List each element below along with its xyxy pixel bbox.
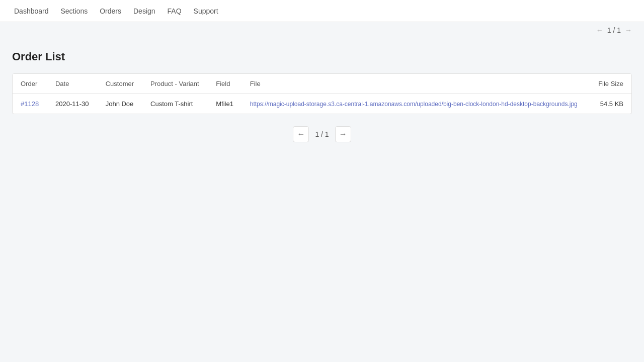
order-customer: John Doe [98,94,142,114]
order-date: 2020-11-30 [47,94,98,114]
col-header-file-size: File Size [590,74,631,94]
pagination-prev-button[interactable]: ← [293,126,309,142]
top-pagination-container: ← 1 / 1 → [0,22,644,38]
main-content: Order List OrderDateCustomerProduct - Va… [0,38,644,154]
bottom-pagination: ← 1 / 1 → [12,126,632,142]
pagination-next-button[interactable]: → [335,126,351,142]
nav-item-faq[interactable]: FAQ [162,0,188,22]
order-id-link[interactable]: #1128 [21,100,39,108]
order-table: OrderDateCustomerProduct - VariantFieldF… [13,74,631,114]
col-header-customer: Customer [98,74,142,94]
nav-item-design[interactable]: Design [127,0,162,22]
top-pagination-next[interactable]: → [625,26,632,34]
col-header-file: File [242,74,590,94]
top-pagination-prev[interactable]: ← [596,26,603,34]
order-field: Mfile1 [208,94,242,114]
col-header-order: Order [13,74,47,94]
table-body: #11282020-11-30John DoeCustom T-shirtMfi… [13,94,631,114]
table-row: #11282020-11-30John DoeCustom T-shirtMfi… [13,94,631,114]
order-file-link[interactable]: https://magic-upload-storage.s3.ca-centr… [250,101,578,108]
order-file-size: 54.5 KB [590,94,631,114]
nav-item-orders[interactable]: Orders [94,0,127,22]
navbar: DashboardSectionsOrdersDesignFAQSupport [0,0,644,22]
table-header-row: OrderDateCustomerProduct - VariantFieldF… [13,74,631,94]
pagination-label: 1 / 1 [313,130,331,138]
nav-item-support[interactable]: Support [188,0,224,22]
order-product: Custom T-shirt [142,94,208,114]
table-header: OrderDateCustomerProduct - VariantFieldF… [13,74,631,94]
nav-item-sections[interactable]: Sections [55,0,94,22]
page-title: Order List [12,50,632,63]
top-pagination-label: 1 / 1 [607,26,621,34]
nav-item-dashboard[interactable]: Dashboard [8,0,55,22]
order-table-container: OrderDateCustomerProduct - VariantFieldF… [12,73,632,114]
col-header-product---variant: Product - Variant [142,74,208,94]
col-header-field: Field [208,74,242,94]
col-header-date: Date [47,74,98,94]
